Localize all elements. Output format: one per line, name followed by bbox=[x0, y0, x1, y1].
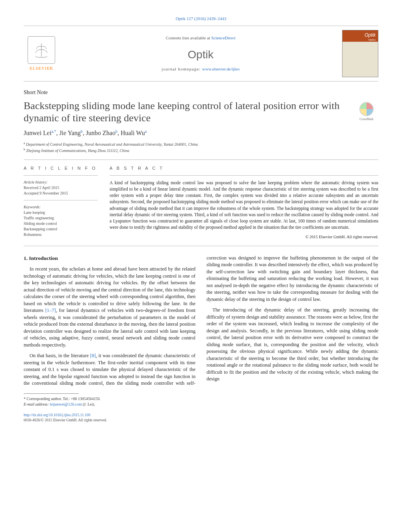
author-3: Junbo Zhao bbox=[86, 130, 115, 137]
abstract-copyright: © 2015 Elsevier GmbH. All rights reserve… bbox=[110, 234, 378, 240]
journal-cover-thumbnail: Optik Optics bbox=[342, 30, 378, 77]
affiliations: a Department of Control Engineering, Nav… bbox=[24, 141, 378, 154]
email-who: (J. Lei). bbox=[83, 402, 95, 406]
article-type: Short Note bbox=[24, 89, 378, 96]
abstract-panel: A B S T R A C T A kind of backstepping s… bbox=[102, 160, 378, 246]
abstract-heading: A B S T R A C T bbox=[110, 165, 378, 171]
contents-label: Contents lists available at bbox=[166, 35, 210, 40]
keyword-4: Backstepping control bbox=[24, 226, 98, 232]
author-4: Huali Wu bbox=[121, 130, 145, 137]
keyword-3: Sliding mode control bbox=[24, 221, 98, 226]
crossmark-badge[interactable]: CrossMark bbox=[355, 102, 378, 121]
footnotes: * Corresponding author. Tel.: +86 130545… bbox=[24, 396, 378, 407]
journal-banner: ELSEVIER Contents lists available at Sci… bbox=[24, 26, 378, 82]
accepted-date: Accepted 9 November 2015 bbox=[24, 191, 98, 196]
footnote-separator bbox=[24, 393, 79, 394]
body-text: 1. Introduction In recent years, the sch… bbox=[24, 255, 378, 387]
author-2: Jie Yang bbox=[60, 130, 81, 137]
authors-line: Junwei Leia,*, Jie Yangb, Junbo Zhaob, H… bbox=[24, 129, 378, 138]
doi-link[interactable]: http://dx.doi.org/10.1016/j.ijleo.2015.1… bbox=[24, 413, 378, 418]
elsevier-wordmark: ELSEVIER bbox=[30, 65, 53, 71]
ref-8[interactable]: [8] bbox=[90, 353, 96, 358]
email-label: E-mail address: bbox=[24, 402, 49, 406]
article-info-heading: A R T I C L E I N F O bbox=[24, 165, 98, 171]
header-citation: Optik 127 (2016) 2439–2443 bbox=[24, 16, 378, 22]
author-3-affil: b bbox=[115, 129, 117, 133]
cover-subtitle: Optics bbox=[368, 38, 376, 42]
author-1: Junwei Lei bbox=[24, 130, 52, 137]
section-1-heading: 1. Introduction bbox=[24, 255, 195, 262]
keyword-5: Robustness bbox=[24, 232, 98, 237]
author-1-affil: a,* bbox=[52, 129, 56, 133]
elsevier-logo: ELSEVIER bbox=[24, 36, 59, 71]
journal-name: Optik bbox=[59, 47, 342, 62]
affiliation-b: Zhejiang Institute of Communications, Ha… bbox=[26, 149, 129, 153]
received-date: Received 2 April 2015 bbox=[24, 185, 98, 191]
affiliation-a: Department of Control Engineering, Naval… bbox=[26, 142, 198, 146]
elsevier-tree-icon bbox=[28, 36, 55, 64]
ref-1-7[interactable]: [1–7] bbox=[45, 308, 56, 313]
article-title: Backstepping sliding mode lane keeping c… bbox=[24, 100, 351, 124]
article-info-panel: A R T I C L E I N F O Article history: R… bbox=[24, 160, 102, 246]
contents-available-line: Contents lists available at ScienceDirec… bbox=[59, 35, 342, 41]
cover-title: Optik bbox=[365, 32, 376, 39]
author-2-affil: b bbox=[81, 129, 83, 133]
homepage-label: journal homepage: bbox=[162, 67, 201, 71]
corresponding-email[interactable]: leijunwei@126.com bbox=[50, 402, 82, 406]
paragraph-3: The introducing of the dynamic delay of … bbox=[207, 307, 378, 383]
abstract-text: A kind of backstepping sliding mode cont… bbox=[110, 180, 378, 230]
crossmark-icon bbox=[359, 102, 374, 116]
homepage-url[interactable]: www.elsevier.de/ijleo bbox=[202, 67, 240, 71]
keyword-2: Traffic engineering bbox=[24, 215, 98, 221]
paragraph-1: In recent years, the scholars at home an… bbox=[24, 266, 195, 348]
corresponding-author: * Corresponding author. Tel.: +86 130545… bbox=[24, 396, 378, 402]
crossmark-label: CrossMark bbox=[359, 117, 374, 121]
keyword-1: Lane keeping bbox=[24, 210, 98, 215]
history-label: Article history: bbox=[24, 180, 98, 185]
keywords-label: Keywords: bbox=[24, 204, 98, 210]
doi-block: http://dx.doi.org/10.1016/j.ijleo.2015.1… bbox=[24, 413, 378, 423]
journal-homepage-line: journal homepage: www.elsevier.de/ijleo bbox=[59, 66, 342, 72]
author-4-affil: a bbox=[145, 129, 147, 133]
sciencedirect-link[interactable]: ScienceDirect bbox=[211, 35, 236, 40]
issn-copyright: 0030-4026/© 2015 Elsevier GmbH. All righ… bbox=[24, 418, 378, 423]
